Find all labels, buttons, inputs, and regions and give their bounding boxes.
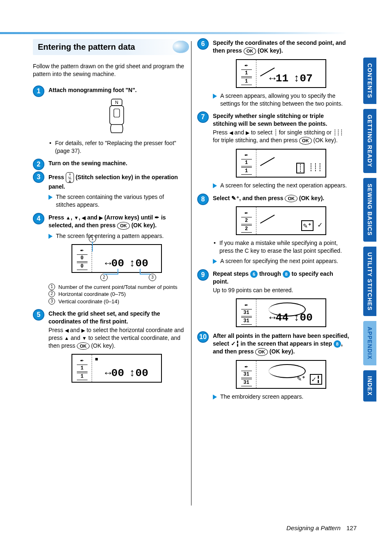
t: to select <box>249 129 274 136</box>
lcd-cur-point: 1 <box>77 365 88 372</box>
lcd-h-coord: ↔11 <box>269 72 288 85</box>
lcd-pen-icon: ✒ <box>244 209 248 216</box>
lcd-pen-icon: ✒ <box>244 62 248 69</box>
t: (OK key). <box>90 342 115 349</box>
ok-key-icon: OK <box>244 47 256 55</box>
finish-icon: ✓╏ <box>231 340 239 347</box>
svg-text:N: N <box>115 100 118 105</box>
t: Press <box>48 174 66 180</box>
lcd-v-coord: ↕00 <box>129 257 148 270</box>
t: (OK key). <box>256 47 283 54</box>
t: Repeat steps <box>213 270 250 277</box>
step-9-title: Repeat steps 6 through 8 to specify each… <box>213 270 349 286</box>
step-4: 4 Press ▲, ▼, ◀ and ▶ (Arrow keys) until… <box>33 214 185 305</box>
step-5-body: Press ◀ and ▶ to select the horizontal c… <box>48 326 185 350</box>
lcd-v-coord: ↕00 <box>129 367 148 379</box>
t: (OK key). <box>130 222 157 229</box>
v: 00 <box>136 257 148 270</box>
tab-getting-ready[interactable]: GETTING READY <box>363 109 376 173</box>
left-arrow-icon: ◀ <box>229 130 233 136</box>
lcd-cur-point: 31 <box>241 371 252 378</box>
triple-stitch-icon: ┊┊┊ <box>309 163 322 173</box>
v: 00 <box>136 367 148 379</box>
step-2-title: Turn on the sewing machine. <box>48 159 185 167</box>
lcd-display-g: ✒ 31 31 ✎⁺ ✓╏ <box>236 360 326 389</box>
lcd-total-points: 31 <box>241 379 252 386</box>
svg-rect-2 <box>110 106 124 125</box>
finish-icon: ✓ <box>318 220 322 231</box>
right-column: 6 Specify the coordinates of the second … <box>191 39 349 406</box>
lcd-h-coord: ↔00 <box>105 367 124 379</box>
column-separator <box>191 41 191 506</box>
step-badge: 1 <box>33 85 44 97</box>
t: (Arrow keys) until <box>103 214 154 221</box>
ref-step-8: 8 <box>334 340 341 348</box>
header-gradient-bar <box>0 32 347 34</box>
left-arrow-icon: ◀ <box>65 328 69 333</box>
tab-sewing-basics[interactable]: SEWING BASICS <box>363 178 376 242</box>
callout-line <box>104 274 118 275</box>
lcd-pen-icon: ✒ <box>244 363 248 370</box>
down-arrow-icon: ▼ <box>74 215 79 221</box>
callout-line <box>140 269 141 275</box>
step-7-result: A screen for selecting the next operatio… <box>213 182 349 189</box>
right-arrow-icon: ▶ <box>246 130 249 136</box>
step-1-title: Attach monogramming foot "N". <box>48 86 185 94</box>
lcd-cur-point: 1 <box>241 159 252 166</box>
step-3-title: Press ≡¼A (Stitch selection key) in the … <box>48 172 185 191</box>
step-10: 10 After all points in the pattern have … <box>197 332 349 401</box>
step-7-title: Specify whether single stitching or trip… <box>213 112 349 128</box>
v: 00 <box>111 257 124 270</box>
step-2: 2 Turn on the sewing machine. <box>33 159 185 167</box>
lcd-pen-icon: ✒ <box>244 301 248 308</box>
lcd-pen-icon: ✒ <box>80 357 83 364</box>
single-stitch-icon: ┊ <box>274 129 277 136</box>
lcd-cur-point: 0 <box>77 254 88 262</box>
t: (OK key). <box>297 195 324 201</box>
lcd-total-points: 1 <box>77 373 88 380</box>
lcd-v-coord: ↕07 <box>293 72 313 85</box>
t: Press <box>48 214 66 221</box>
legend-1-text: Number of the current point/Total number… <box>58 284 178 291</box>
step-badge: 5 <box>33 309 44 321</box>
ok-key-icon: OK <box>255 348 268 356</box>
left-arrow-icon: ◀ <box>82 215 85 221</box>
t: Press <box>213 129 229 136</box>
custom-pattern-icon: ✒ <box>154 214 159 221</box>
step-8: 8 Select ✎⁺, and then press OK (OK key).… <box>197 194 349 265</box>
step-badge: 3 <box>33 171 44 183</box>
step-5: 5 Check the grid sheet set, and specify … <box>33 310 185 383</box>
up-arrow-icon: ▲ <box>66 215 71 221</box>
lcd-pen-icon: ✒ <box>244 151 248 158</box>
lcd-stitch-line <box>254 205 275 224</box>
lcd-total-points: 1 <box>241 167 252 175</box>
tab-utility-stitches[interactable]: UTILITY STITCHES <box>363 247 376 316</box>
step-badge: 9 <box>197 269 209 281</box>
step-3: 3 Press ≡¼A (Stitch selection key) in th… <box>33 172 185 209</box>
callout-2: 2 <box>100 274 108 281</box>
t: (OK key). <box>268 348 295 355</box>
ok-key-icon: OK <box>299 137 312 145</box>
right-arrow-icon: ▶ <box>99 215 103 221</box>
stitch-selection-key-icon: ≡¼A <box>66 172 74 183</box>
tab-index[interactable]: INDEX <box>363 370 376 402</box>
lcd-legend: 1Number of the current point/Total numbe… <box>48 284 185 305</box>
lcd-display-b: ✒ 1 1 ↔00 ↕00 <box>71 354 162 383</box>
legend-3-text: Vertical coordinate (0–14) <box>58 298 119 305</box>
tab-appendix[interactable]: APPENDIX <box>363 321 376 365</box>
step-10-title: After all points in the pattern have bee… <box>213 332 349 356</box>
lcd-h-coord: ↔00 <box>105 257 124 270</box>
step-6-result: A screen appears, allowing you to specif… <box>213 92 349 108</box>
step-1-detail: For details, refer to "Replacing the pre… <box>48 139 185 155</box>
tab-contents[interactable]: CONTENTS <box>363 58 376 104</box>
t: for single stitching or <box>277 129 333 136</box>
legend-2-icon: 2 <box>48 291 55 297</box>
lcd-display-e: ✒ 2 2 ✎⁺ ✓ <box>236 206 326 235</box>
lcd-dot <box>95 358 98 360</box>
t: and <box>69 327 81 333</box>
lcd-total-points: 2 <box>241 225 252 233</box>
legend-2-text: Horizontal coordinate (0–75) <box>58 291 126 298</box>
lcd-display-d: ✒ 1 1 ┊ ┊┊┊ <box>236 149 326 178</box>
callout-line <box>140 274 150 275</box>
step-8-result: A screen for specifying the next point a… <box>213 257 349 265</box>
